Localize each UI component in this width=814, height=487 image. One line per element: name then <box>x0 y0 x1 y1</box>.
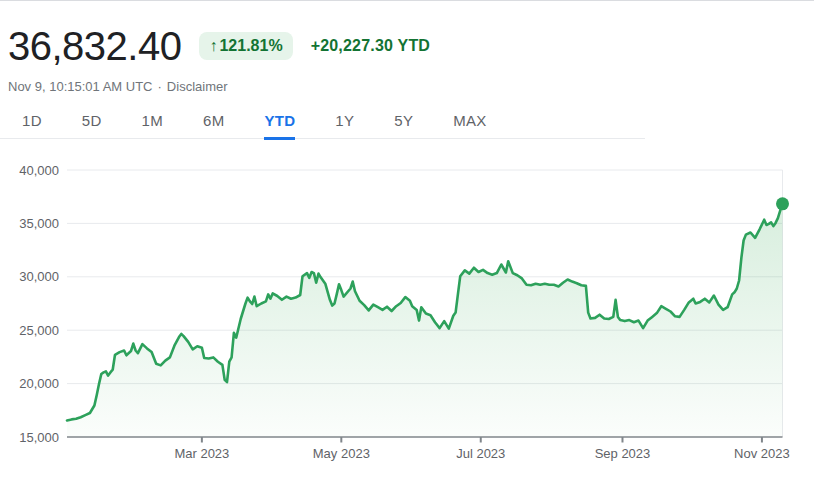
y-axis-label: 40,000 <box>19 163 59 178</box>
x-axis-label: Mar 2023 <box>174 446 229 461</box>
price-area <box>67 204 783 437</box>
y-axis-label: 30,000 <box>19 269 59 284</box>
x-axis-label: Jul 2023 <box>456 446 505 461</box>
x-axis-label: Sep 2023 <box>595 446 651 461</box>
x-axis-label: Nov 2023 <box>734 446 790 461</box>
endpoint-dot <box>776 197 789 210</box>
price-chart[interactable]: 15,00020,00025,00030,00035,00040,000Mar … <box>0 0 814 487</box>
y-axis-label: 15,000 <box>19 430 59 445</box>
x-axis-label: May 2023 <box>313 446 370 461</box>
y-axis-label: 25,000 <box>19 323 59 338</box>
y-axis-label: 20,000 <box>19 376 59 391</box>
y-axis-label: 35,000 <box>19 216 59 231</box>
